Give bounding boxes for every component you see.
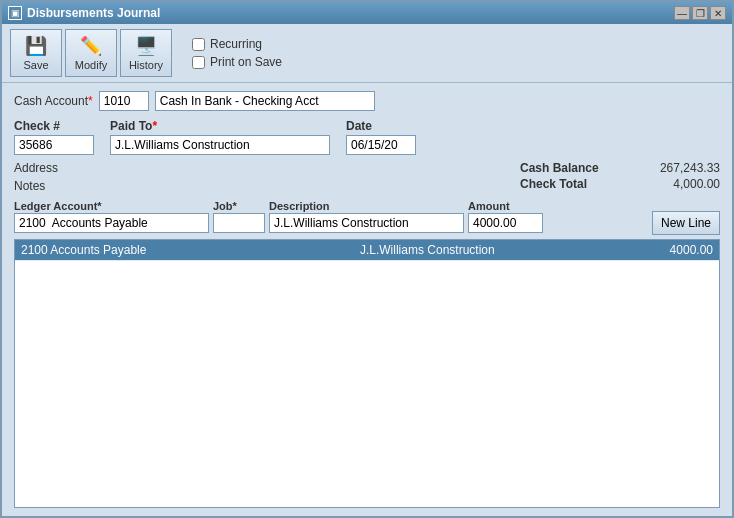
save-icon: 💾 — [25, 35, 47, 57]
ledger-amount-col: Amount — [468, 200, 543, 233]
check-label: Check # — [14, 119, 94, 133]
ledger-inputs: Ledger Account* Job* Description Amount — [14, 200, 648, 233]
app-icon: ▣ — [8, 6, 22, 20]
restore-button[interactable]: ❐ — [692, 6, 708, 20]
title-buttons: — ❐ ✕ — [674, 6, 726, 20]
cash-account-label: Cash Account — [14, 94, 93, 108]
cell-job — [276, 240, 354, 261]
paid-to-input[interactable] — [110, 135, 330, 155]
check-total-row: Check Total 4,000.00 — [520, 177, 720, 191]
ledger-account-col: Ledger Account* — [14, 200, 209, 233]
modify-label: Modify — [75, 59, 107, 71]
recurring-label: Recurring — [210, 37, 262, 51]
paid-to-group: Paid To — [110, 119, 330, 155]
table-row[interactable]: 2100 Accounts Payable J.L.Williams Const… — [15, 240, 719, 261]
check-total-label: Check Total — [520, 177, 587, 191]
history-button[interactable]: 🖥️ History — [120, 29, 172, 77]
cash-balance-label: Cash Balance — [520, 161, 599, 175]
cash-account-name[interactable] — [155, 91, 375, 111]
ledger-job-col: Job* — [213, 200, 265, 233]
ledger-desc-header: Description — [269, 200, 464, 213]
cash-balance-value: 267,243.33 — [640, 161, 720, 175]
minimize-button[interactable]: — — [674, 6, 690, 20]
cell-amount: 4000.00 — [615, 240, 719, 261]
ledger-table: 2100 Accounts Payable J.L.Williams Const… — [15, 240, 719, 261]
content-area: Cash Account Check # Paid To Date A — [2, 83, 732, 516]
date-group: Date — [346, 119, 416, 155]
main-window: ▣ Disbursements Journal — ❐ ✕ 💾 Save ✏️ … — [0, 0, 734, 518]
history-label: History — [129, 59, 163, 71]
print-on-save-row: Print on Save — [192, 55, 282, 69]
close-button[interactable]: ✕ — [710, 6, 726, 20]
recurring-row: Recurring — [192, 37, 282, 51]
ledger-input-area: Ledger Account* Job* Description Amount — [14, 197, 720, 235]
balance-section: Cash Balance 267,243.33 Check Total 4,00… — [520, 161, 720, 193]
toolbar-buttons: 💾 Save ✏️ Modify 🖥️ History — [10, 29, 172, 77]
date-label: Date — [346, 119, 416, 133]
check-total-value: 4,000.00 — [640, 177, 720, 191]
print-on-save-checkbox[interactable] — [192, 56, 205, 69]
window-title: Disbursements Journal — [27, 6, 160, 20]
ledger-table-container: 2100 Accounts Payable J.L.Williams Const… — [14, 239, 720, 508]
check-group: Check # — [14, 119, 94, 155]
ledger-job-header: Job* — [213, 200, 265, 213]
title-bar: ▣ Disbursements Journal — ❐ ✕ — [2, 2, 732, 24]
check-input[interactable] — [14, 135, 94, 155]
toolbar: 💾 Save ✏️ Modify 🖥️ History Recurring Pr… — [2, 24, 732, 83]
date-input[interactable] — [346, 135, 416, 155]
ledger-amount-input[interactable] — [468, 213, 543, 233]
new-line-button[interactable]: New Line — [652, 211, 720, 235]
cash-account-number[interactable] — [99, 91, 149, 111]
cell-account: 2100 Accounts Payable — [15, 240, 276, 261]
ledger-desc-input[interactable] — [269, 213, 464, 233]
ledger-section: Ledger Account* Job* Description Amount — [14, 197, 720, 508]
address-label: Address — [14, 161, 58, 175]
ledger-desc-col: Description — [269, 200, 464, 233]
ledger-body: 2100 Accounts Payable J.L.Williams Const… — [15, 240, 719, 261]
recurring-checkbox[interactable] — [192, 38, 205, 51]
toolbar-checkboxes: Recurring Print on Save — [192, 37, 282, 69]
ledger-amount-header: Amount — [468, 200, 543, 213]
ledger-account-input[interactable] — [14, 213, 209, 233]
modify-button[interactable]: ✏️ Modify — [65, 29, 117, 77]
modify-icon: ✏️ — [80, 35, 102, 57]
cash-balance-row: Cash Balance 267,243.33 — [520, 161, 720, 175]
paid-to-label: Paid To — [110, 119, 330, 133]
address-notes-area: Address Notes — [14, 161, 520, 193]
history-icon: 🖥️ — [135, 35, 157, 57]
cash-account-row: Cash Account — [14, 91, 720, 111]
save-button[interactable]: 💾 Save — [10, 29, 62, 77]
save-label: Save — [23, 59, 48, 71]
notes-label: Notes — [14, 179, 45, 193]
ledger-job-input[interactable] — [213, 213, 265, 233]
ledger-account-header: Ledger Account* — [14, 200, 209, 213]
print-on-save-label: Print on Save — [210, 55, 282, 69]
cell-desc: J.L.Williams Construction — [354, 240, 615, 261]
title-bar-left: ▣ Disbursements Journal — [8, 6, 160, 20]
